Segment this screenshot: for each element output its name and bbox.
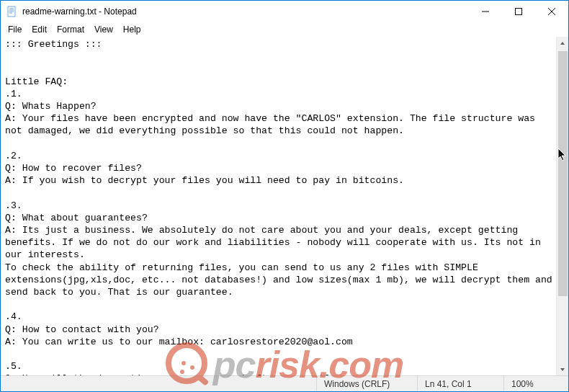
menu-edit[interactable]: Edit bbox=[27, 24, 51, 35]
minimize-button[interactable] bbox=[469, 1, 502, 22]
svg-marker-9 bbox=[560, 42, 565, 45]
app-icon bbox=[6, 6, 18, 17]
statusbar: Windows (CRLF) Ln 41, Col 1 100% bbox=[1, 375, 568, 391]
menu-format[interactable]: Format bbox=[53, 24, 89, 35]
maximize-button[interactable] bbox=[502, 1, 535, 22]
vertical-scrollbar[interactable] bbox=[556, 37, 568, 375]
scroll-thumb[interactable] bbox=[558, 51, 568, 296]
window-title: readme-warning.txt - Notepad bbox=[22, 6, 137, 17]
content-area: ::: Greetings ::: Little FAQ: .1. Q: Wha… bbox=[1, 37, 568, 375]
status-line-ending: Windows (CRLF) bbox=[316, 376, 417, 391]
menubar: File Edit Format View Help bbox=[1, 22, 568, 37]
titlebar: readme-warning.txt - Notepad bbox=[1, 1, 568, 22]
svg-marker-10 bbox=[560, 368, 565, 371]
document-text[interactable]: ::: Greetings ::: Little FAQ: .1. Q: Wha… bbox=[1, 37, 556, 375]
close-button[interactable] bbox=[535, 1, 568, 22]
window-controls bbox=[469, 1, 568, 22]
menu-help[interactable]: Help bbox=[119, 24, 145, 35]
titlebar-left: readme-warning.txt - Notepad bbox=[6, 6, 137, 17]
menu-file[interactable]: File bbox=[4, 24, 26, 35]
menu-view[interactable]: View bbox=[90, 24, 117, 35]
scroll-up-arrow[interactable] bbox=[557, 37, 568, 49]
status-cursor-position: Ln 41, Col 1 bbox=[417, 376, 503, 391]
status-zoom: 100% bbox=[503, 376, 568, 391]
scroll-down-arrow[interactable] bbox=[557, 363, 568, 375]
svg-rect-6 bbox=[516, 9, 522, 15]
